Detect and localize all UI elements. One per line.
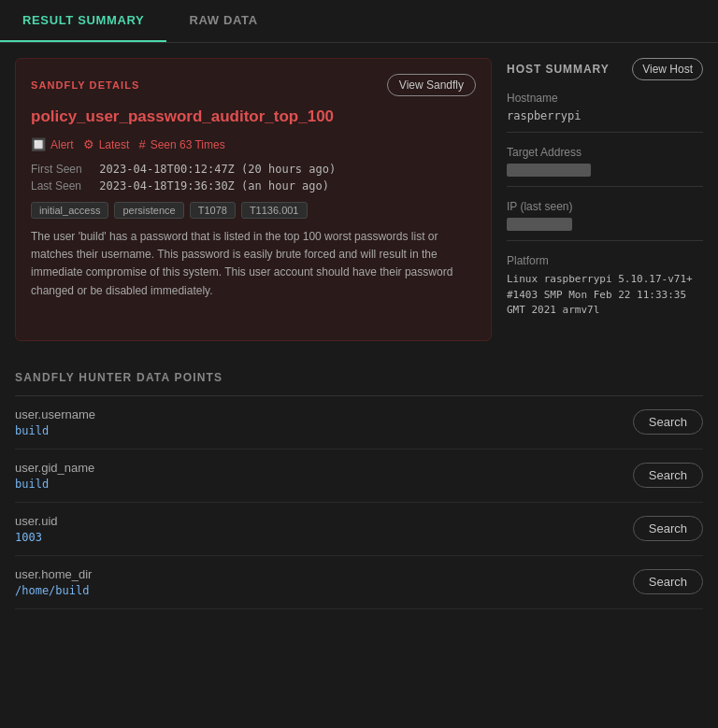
sandfly-details-header: SANDFLY DETAILS View Sandfly <box>31 74 476 96</box>
data-point-key-uid: user.uid <box>15 514 633 528</box>
search-button-uid[interactable]: Search <box>633 516 703 541</box>
host-summary-panel: HOST SUMMARY View Host Hostname raspberr… <box>507 58 703 341</box>
first-seen-label: First Seen <box>31 163 96 176</box>
data-points-section: SANDFLY HUNTER DATA POINTS user.username… <box>0 356 718 624</box>
platform-label: Platform <box>507 254 703 267</box>
alert-icon: 🔲 <box>31 137 46 151</box>
data-point-val-uid: 1003 <box>15 531 633 544</box>
data-point-info-uid: user.uid 1003 <box>15 514 633 544</box>
data-point-row-uid: user.uid 1003 Search <box>15 503 703 556</box>
search-button-username[interactable]: Search <box>633 409 703 435</box>
policy-title: policy_user_password_auditor_top_100 <box>31 107 476 126</box>
search-button-gid-name[interactable]: Search <box>633 463 703 488</box>
tag-t1136: T1136.001 <box>241 202 308 219</box>
ip-redacted <box>507 218 572 231</box>
target-address-redacted <box>507 164 591 177</box>
description-text: The user 'build' has a password that is … <box>31 228 476 300</box>
tag-initial-access: initial_access <box>31 202 108 219</box>
host-summary-label: HOST SUMMARY <box>507 63 610 76</box>
main-content: SANDFLY DETAILS View Sandfly policy_user… <box>0 43 718 356</box>
data-point-val-home-dir: /home/build <box>15 584 633 597</box>
search-button-home-dir[interactable]: Search <box>633 569 703 594</box>
view-sandfly-button[interactable]: View Sandfly <box>387 74 476 96</box>
first-seen-value: 2023-04-18T00:12:47Z (20 hours ago) <box>99 163 336 176</box>
sandfly-details-panel: SANDFLY DETAILS View Sandfly policy_user… <box>15 58 492 341</box>
platform-field: Platform Linux raspberrypi 5.10.17-v71+ … <box>507 254 703 328</box>
data-point-info-gid-name: user.gid_name build <box>15 461 633 491</box>
target-address-label: Target Address <box>507 146 703 159</box>
hostname-field: Hostname raspberrypi <box>507 92 703 133</box>
badge-seen: # Seen 63 Times <box>138 137 224 151</box>
badge-seen-label: Seen 63 Times <box>151 138 225 151</box>
latest-icon: ⚙ <box>83 137 94 151</box>
hostname-value: raspberrypi <box>507 109 703 122</box>
tabs-bar: RESULT SUMMARY RAW DATA <box>0 0 718 43</box>
data-points-title: SANDFLY HUNTER DATA POINTS <box>15 371 703 384</box>
data-point-row-gid-name: user.gid_name build Search <box>15 450 703 503</box>
tab-raw-data[interactable]: RAW DATA <box>166 0 280 42</box>
first-seen-row: First Seen 2023-04-18T00:12:47Z (20 hour… <box>31 163 476 176</box>
data-point-key-home-dir: user.home_dir <box>15 567 633 581</box>
data-point-row-username: user.username build Search <box>15 396 703 450</box>
ip-field: IP (last seen) <box>507 200 703 241</box>
platform-value: Linux raspberrypi 5.10.17-v71+ #1403 SMP… <box>507 272 703 319</box>
badge-latest-label: Latest <box>99 138 130 151</box>
tag-persistence: persistence <box>114 202 183 219</box>
badge-alert: 🔲 Alert <box>31 137 74 151</box>
target-address-field: Target Address <box>507 146 703 187</box>
last-seen-row: Last Seen 2023-04-18T19:36:30Z (an hour … <box>31 179 476 193</box>
tab-result-summary[interactable]: RESULT SUMMARY <box>0 0 166 42</box>
hostname-label: Hostname <box>507 92 703 105</box>
ip-label: IP (last seen) <box>507 200 703 213</box>
view-host-button[interactable]: View Host <box>632 58 703 80</box>
last-seen-label: Last Seen <box>31 179 96 193</box>
tags-row: initial_access persistence T1078 T1136.0… <box>31 202 476 219</box>
data-point-row-home-dir: user.home_dir /home/build Search <box>15 556 703 609</box>
data-point-val-username: build <box>15 424 633 437</box>
data-point-key-gid-name: user.gid_name <box>15 461 633 475</box>
tag-t1078: T1078 <box>190 202 236 219</box>
data-point-key-username: user.username <box>15 407 633 421</box>
last-seen-value: 2023-04-18T19:36:30Z (an hour ago) <box>99 179 329 193</box>
data-point-info-home-dir: user.home_dir /home/build <box>15 567 633 597</box>
badge-latest: ⚙ Latest <box>83 137 130 151</box>
host-summary-header: HOST SUMMARY View Host <box>507 58 703 80</box>
badge-alert-label: Alert <box>50 138 74 151</box>
data-point-val-gid-name: build <box>15 478 633 491</box>
badges-row: 🔲 Alert ⚙ Latest # Seen 63 Times <box>31 137 476 151</box>
seen-icon: # <box>138 137 145 151</box>
data-point-info-username: user.username build <box>15 407 633 437</box>
sandfly-details-label: SANDFLY DETAILS <box>31 79 140 91</box>
